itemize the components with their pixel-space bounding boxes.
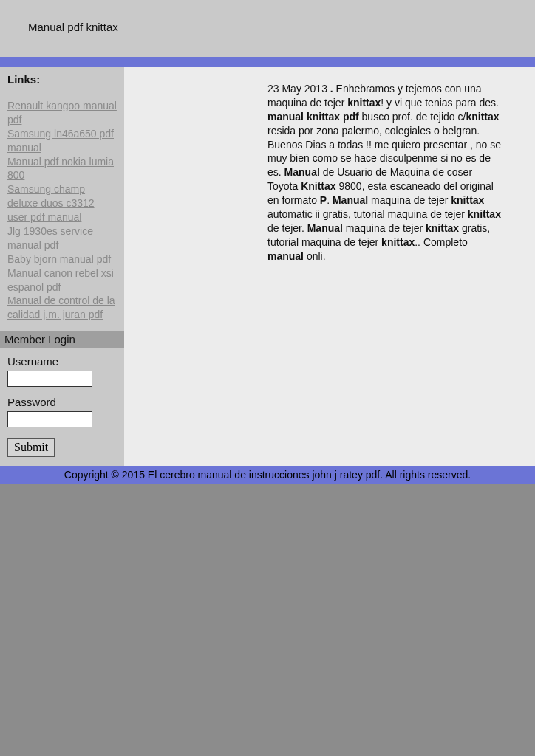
password-label: Password [7,396,117,408]
t7: . [327,194,333,206]
top-blue-bar [0,57,535,67]
t10: de tejer. [268,222,307,234]
page-title: Manual pdf knittax [28,21,118,33]
b9: knittax [468,208,501,220]
article-body: 23 May 2013 . Enhebramos y tejemos con u… [268,82,504,264]
submit-button[interactable]: Submit [7,438,55,457]
link-canon-rebel-xsi[interactable]: Manual canon rebel xsi espanol pdf [7,267,114,293]
content-wrap: Links: Renault kangoo manual pdf Samsung… [0,67,535,466]
password-input[interactable] [7,411,92,427]
b8: knittax [451,194,484,206]
t9: automatic ii gratis, tutorial maquina de… [268,208,468,220]
t14: onli. [304,250,326,262]
member-login-heading: Member Login [0,331,124,348]
login-form: Username Password Submit [0,348,124,466]
b10: Manual [307,222,343,234]
link-baby-bjorn[interactable]: Baby bjorn manual pdf [7,253,111,265]
links-block: Links: Renault kangoo manual pdf Samsung… [0,67,124,331]
footer-copyright: Copyright © 2015 El cerebro manual de in… [0,466,535,484]
link-jlg-1930es[interactable]: Jlg 1930es service manual pdf [7,225,93,251]
t11: maquina de tejer [343,222,426,234]
links-list: Renault kangoo manual pdf Samsung ln46a6… [7,99,117,322]
b12: knittax [381,236,415,248]
b5: Knittax [301,180,335,192]
link-samsung-champ-c3312[interactable]: Samsung champ deluxe duos c3312 user pdf… [7,183,95,223]
main-content: 23 May 2013 . Enhebramos y tejemos con u… [124,67,535,466]
username-input[interactable] [7,371,92,387]
b1: knittax [347,97,381,109]
b13: manual [268,250,304,262]
links-heading: Links: [7,73,117,86]
page: Manual pdf knittax Links: Renault kangoo… [0,0,535,484]
t8: maquina de tejer [368,194,451,206]
sidebar: Links: Renault kangoo manual pdf Samsung… [0,67,124,466]
b11: knittax [426,222,459,234]
b6: P [320,194,327,206]
b4: Manual [284,166,320,178]
page-header: Manual pdf knittax [0,0,535,57]
t3: busco prof. de tejido c/ [359,111,466,123]
link-juran-calidad[interactable]: Manual de control de la calidad j.m. jur… [7,295,115,320]
link-samsung-ln46a650[interactable]: Samsung ln46a650 pdf manual [7,128,114,154]
b7: Manual [333,194,368,206]
article-date: 23 May 2013 [268,83,330,94]
link-nokia-lumia-800[interactable]: Manual pdf nokia lumia 800 [7,156,114,182]
link-renault-kangoo[interactable]: Renault kangoo manual pdf [7,100,117,126]
username-label: Username [7,355,117,368]
b2: manual knittax pdf [268,111,359,123]
t2: ! y vi que tenias para des. [381,97,499,109]
t13: .. Completo [415,236,468,248]
b3: knittax [466,111,499,123]
